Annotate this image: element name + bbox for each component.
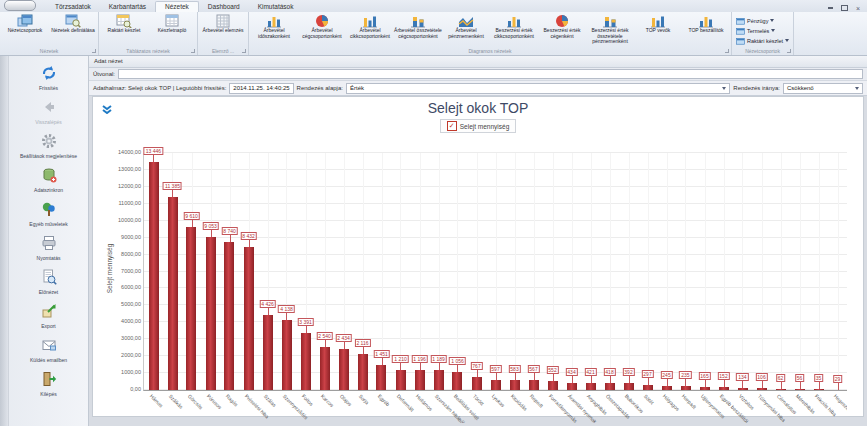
ribbon-button-label: Árbevétel elemzés [202, 28, 243, 34]
y-tick-label: 7000,00 [121, 268, 141, 274]
close-button[interactable]: × [853, 4, 863, 12]
ribbon-group-label: Nézetcsoportok [733, 48, 792, 55]
ribbon-button[interactable]: TOP beszállítók [682, 13, 730, 34]
sidebar-item[interactable]: Adatszinkron [9, 163, 88, 197]
category-gridline [781, 153, 782, 390]
ribbon-button[interactable]: TOP vevők [634, 13, 682, 34]
tab-4[interactable]: Dashboard [199, 2, 249, 12]
ribbon-button[interactable]: Beszerzési érték összetétele pénznemenké… [586, 13, 634, 45]
category-gridline [762, 153, 763, 390]
bar[interactable] [149, 162, 159, 390]
bar[interactable] [168, 197, 178, 390]
bar[interactable] [244, 247, 254, 390]
sidebar-item[interactable]: Nyomtatás [9, 231, 88, 265]
minimize-button[interactable] [825, 4, 835, 12]
dialog-launcher[interactable] [725, 49, 729, 53]
bar[interactable] [358, 354, 368, 390]
ribbon-menu-item[interactable]: Raktári készlet [736, 37, 789, 45]
ribbon-button[interactable]: Árbevétel időszakonként [250, 13, 298, 39]
application-button[interactable] [4, 0, 36, 11]
bar[interactable] [624, 383, 634, 390]
path-input[interactable] [118, 69, 863, 79]
bar[interactable] [491, 380, 501, 390]
ribbon-button[interactable]: Készletnapló [148, 13, 196, 34]
bar[interactable] [605, 383, 615, 390]
tab-3[interactable]: Nézetek [155, 1, 199, 12]
bar[interactable] [757, 388, 767, 390]
bar[interactable] [339, 349, 349, 390]
bar[interactable] [376, 365, 386, 390]
bar[interactable] [681, 386, 691, 390]
collapse-chevron-icon[interactable] [101, 100, 113, 118]
sidebar-item[interactable]: Kilépés [9, 367, 88, 401]
bar[interactable] [186, 227, 196, 390]
ribbon-button[interactable]: Árbevétel elemzés [199, 13, 247, 34]
bar[interactable] [700, 387, 710, 390]
bar[interactable] [206, 237, 216, 390]
bar[interactable] [643, 385, 653, 390]
tab-bar: TörzsadatokKarbantartásNézetekDashboardK… [0, 0, 867, 12]
grid-icon [215, 14, 231, 28]
bar[interactable] [320, 347, 330, 390]
ribbon-button[interactable]: Árbevétel cégcsoportonként [298, 13, 346, 39]
bar[interactable] [263, 315, 273, 390]
sidebar-item[interactable]: Előnézet [9, 265, 88, 299]
bar[interactable] [452, 372, 462, 390]
ribbon-button[interactable]: Nézetek definiálása [49, 13, 97, 34]
ribbon-button[interactable]: Árbevétel összetétele cégcsoportonként [394, 13, 442, 39]
bar[interactable] [510, 380, 520, 390]
bar[interactable] [776, 389, 786, 390]
bar[interactable] [795, 389, 805, 390]
sort-direction-select[interactable]: Csökkenő [783, 83, 863, 94]
legend-checkbox[interactable]: ✓ [447, 121, 457, 131]
tab-1[interactable]: Törzsadatok [46, 2, 100, 12]
sidebar-item-label: Adatszinkron [34, 188, 63, 194]
legend-item: ✓ Selejt mennyiség [440, 119, 517, 133]
bar[interactable] [738, 388, 748, 390]
ribbon-button[interactable]: Raktári készlet [100, 13, 148, 34]
category-gridline [819, 153, 820, 390]
dialog-launcher[interactable] [92, 49, 96, 53]
tablegrid-icon [164, 14, 180, 28]
dialog-launcher[interactable] [191, 49, 195, 53]
bar[interactable] [396, 370, 406, 390]
tab-2[interactable]: Karbantartás [100, 2, 155, 12]
bar[interactable] [415, 370, 425, 390]
bar-value-label: 13 446 [144, 147, 163, 155]
ribbon-button[interactable]: Árbevétel pénznemenként [442, 13, 490, 39]
ribbon-button[interactable]: Árbevétel cikkcsoportonként [346, 13, 394, 39]
tab-5[interactable]: Kimutatások [249, 2, 303, 12]
bar[interactable] [434, 370, 444, 390]
bar[interactable] [472, 377, 482, 390]
ribbon-menu-item[interactable]: Termelés [736, 27, 789, 35]
columns-icon [650, 14, 666, 28]
bar[interactable] [814, 389, 824, 390]
bar[interactable] [586, 383, 596, 390]
bar[interactable] [282, 320, 292, 390]
bar-value-label: 8 740 [221, 227, 238, 235]
bar[interactable] [662, 386, 672, 390]
sidebar-item[interactable]: Küldés emailben [9, 333, 88, 367]
bar[interactable] [567, 383, 577, 390]
sidebar-item[interactable]: Export [9, 299, 88, 333]
ribbon-menu-item[interactable]: Pénzügy [736, 17, 789, 25]
sidebar-item[interactable]: Egyéb műveletek [9, 197, 88, 231]
ribbon-button[interactable]: Nézetcsoportok [1, 13, 49, 34]
sort-by-select[interactable]: Érték [346, 83, 730, 94]
ribbon-button-label: Beszerzési érték cikkcsoportonként [490, 28, 538, 39]
dialog-launcher[interactable] [242, 49, 246, 53]
sidebar-item-label: Kilépés [40, 392, 56, 398]
maximize-button[interactable] [839, 4, 849, 12]
bar[interactable] [548, 381, 558, 390]
bar[interactable] [301, 333, 311, 390]
ribbon-button[interactable]: Beszerzési érték cikkcsoportonként [490, 13, 538, 39]
bar[interactable] [719, 387, 729, 390]
sidebar-item[interactable]: Frissítés [9, 61, 88, 95]
last-refresh-field[interactable]: 2014.11.25. 14:40:25 [229, 83, 293, 94]
bar[interactable] [529, 380, 539, 390]
bar-label-connector [781, 382, 782, 389]
bar[interactable] [224, 242, 234, 390]
ribbon-button[interactable]: Beszerzési érték cégenként [538, 13, 586, 39]
dialog-launcher[interactable] [787, 49, 791, 53]
sidebar-item[interactable]: Beállítások megjelenítése [9, 129, 88, 163]
